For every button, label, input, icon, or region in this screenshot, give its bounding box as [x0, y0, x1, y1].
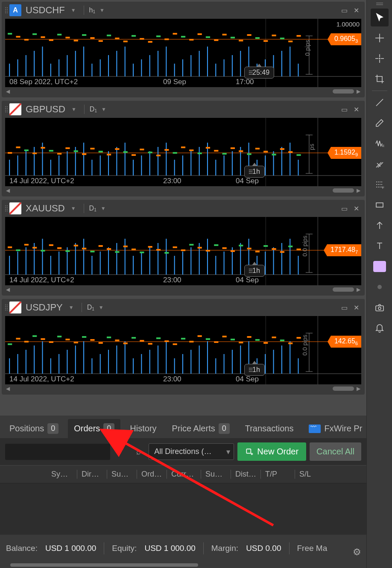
chart-canvas[interactable]: 1717.487 0.0 pips 1h 14 Jul 2022, UTC+22… — [5, 217, 361, 285]
camera-tool-icon[interactable] — [371, 299, 389, 316]
bell-tool-icon[interactable] — [371, 319, 389, 337]
axis-label: 1.00000 — [336, 20, 360, 28]
timeframe-caret[interactable]: ▼ — [98, 205, 108, 211]
pitchfork-tool-icon[interactable] — [371, 155, 389, 173]
symbol-name[interactable]: USDJPY — [26, 302, 63, 313]
drag-handle-icon[interactable] — [5, 304, 6, 310]
wave-tool-icon[interactable]: E — [371, 135, 389, 152]
time-tooltip[interactable]: 1h — [244, 166, 265, 178]
pips-label: 0.0 pips — [301, 334, 308, 355]
svg-rect-232 — [280, 251, 284, 253]
symbol-menu-caret[interactable]: ▼ — [68, 7, 79, 13]
svg-rect-271 — [115, 340, 119, 341]
tab-price-alerts[interactable]: Price Alerts 0 — [166, 419, 236, 438]
chart-canvas[interactable]: 1.00000 0.96053 0 pips 25:49 08 Sep 2022… — [5, 19, 361, 87]
grip-icon[interactable] — [376, 3, 383, 6]
svg-rect-299 — [231, 339, 235, 340]
chart-canvas[interactable]: 1.15929 ps 1h 14 Jul 2022, UTC+223:0004 … — [5, 118, 361, 186]
symbol-name[interactable]: GBPUSD — [26, 104, 65, 115]
drag-handle-icon[interactable] — [5, 106, 6, 112]
time-tooltip[interactable]: 25:49 — [244, 67, 274, 79]
column-header[interactable]: Sym… — [47, 470, 77, 479]
svg-rect-196 — [132, 249, 136, 250]
column-header[interactable]: Ord… — [137, 470, 167, 479]
timeframe-label[interactable]: D1 — [87, 304, 94, 311]
directions-dropdown[interactable]: All Directions (… — [149, 443, 234, 460]
symbol-name[interactable]: XAUUSD — [26, 203, 65, 214]
chart-scrollbar[interactable]: ◀ ▶ — [3, 384, 363, 393]
chart-scrollbar[interactable]: ◀ ▶ — [3, 186, 363, 195]
rect-tool-icon[interactable] — [371, 196, 389, 214]
close-icon[interactable]: ✕ — [351, 5, 361, 15]
drag-handle-icon[interactable] — [5, 7, 6, 13]
symbol-menu-caret[interactable]: ▼ — [69, 106, 79, 112]
line-tool-icon[interactable] — [371, 94, 389, 111]
tab-label: Orders — [74, 424, 100, 433]
eraser-tool-icon[interactable] — [371, 114, 389, 132]
close-icon[interactable]: ✕ — [351, 104, 361, 114]
svg-rect-253 — [41, 338, 45, 340]
maximize-icon[interactable]: ▭ — [339, 104, 349, 114]
svg-rect-301 — [239, 342, 243, 343]
tab-label: History — [130, 424, 156, 433]
svg-rect-194 — [123, 246, 128, 247]
timeframe-label[interactable]: D1 — [90, 105, 97, 113]
svg-rect-8 — [8, 33, 12, 35]
symbol-menu-caret[interactable]: ▼ — [68, 205, 79, 211]
timeframe-caret[interactable]: ▼ — [99, 106, 109, 112]
maximize-icon[interactable]: ▭ — [339, 5, 349, 15]
close-icon[interactable]: ✕ — [351, 302, 361, 313]
svg-rect-129 — [181, 146, 185, 148]
tab-orders[interactable]: Orders 0 — [68, 419, 120, 438]
svg-rect-206 — [173, 246, 177, 248]
close-icon[interactable]: ✕ — [351, 203, 361, 214]
timeframe-caret[interactable]: ▼ — [96, 304, 106, 310]
tab-transactions[interactable]: Transactions — [239, 419, 300, 438]
settings-gear-icon[interactable]: ⚙ — [353, 547, 361, 558]
tab-positions[interactable]: Positions 0 — [3, 419, 64, 438]
maximize-icon[interactable]: ▭ — [339, 302, 349, 313]
timeframe-label[interactable]: h1 — [89, 6, 95, 14]
column-header[interactable]: T/P — [260, 470, 295, 479]
maximize-icon[interactable]: ▭ — [339, 203, 349, 214]
symbol-icon: A — [9, 4, 21, 16]
svg-rect-14 — [32, 33, 37, 35]
column-header[interactable]: S/L — [295, 470, 329, 479]
fib-tool-icon[interactable]: F — [371, 176, 389, 193]
record-dot-icon[interactable] — [371, 278, 389, 296]
time-tooltip[interactable]: 1h — [244, 364, 265, 376]
column-header[interactable]: Dist… — [231, 470, 260, 479]
symbol-menu-caret[interactable]: ▼ — [66, 304, 76, 310]
text-tool-icon[interactable] — [371, 237, 389, 255]
chart-scrollbar[interactable]: ◀ ▶ — [3, 285, 363, 294]
cursor-tool-icon[interactable] — [371, 9, 389, 26]
column-header[interactable]: Sub… — [201, 470, 231, 479]
crosshair-dot-tool-icon[interactable] — [371, 50, 389, 67]
svg-rect-34 — [115, 38, 119, 39]
symbol-icon — [9, 103, 21, 115]
search-input[interactable] — [5, 444, 110, 460]
svg-rect-208 — [181, 249, 185, 251]
column-header[interactable]: Curr… — [167, 470, 201, 479]
chart-canvas[interactable]: 142.656 0.0 pips 1h 14 Jul 2022, UTC+223… — [5, 316, 361, 384]
svg-rect-285 — [173, 343, 177, 345]
tab-fxwire[interactable]: FxWire Pr — [303, 419, 366, 438]
svg-rect-60 — [222, 34, 227, 35]
time-tooltip[interactable]: 1h — [244, 265, 265, 277]
tab-history[interactable]: History — [124, 419, 162, 438]
timeframe-caret[interactable]: ▼ — [97, 7, 107, 13]
new-order-button[interactable]: New Order — [237, 442, 306, 461]
status-scrollbar[interactable] — [0, 562, 366, 568]
pips-label: 0.0 pips — [301, 235, 308, 256]
drag-handle-icon[interactable] — [5, 205, 6, 211]
cancel-all-button[interactable]: Cancel All — [310, 442, 361, 461]
crop-tool-icon[interactable] — [371, 70, 389, 88]
column-header[interactable]: Dire… — [77, 470, 107, 479]
color-swatch[interactable] — [371, 258, 389, 275]
column-header[interactable]: Sub… — [107, 470, 137, 479]
chart-scrollbar[interactable]: ◀ ▶ — [3, 87, 363, 96]
symbol-name[interactable]: USDCHF — [26, 5, 65, 16]
arrow-up-tool-icon[interactable] — [371, 217, 389, 234]
timeframe-label[interactable]: D1 — [89, 205, 97, 212]
crosshair-tool-icon[interactable] — [371, 29, 389, 47]
